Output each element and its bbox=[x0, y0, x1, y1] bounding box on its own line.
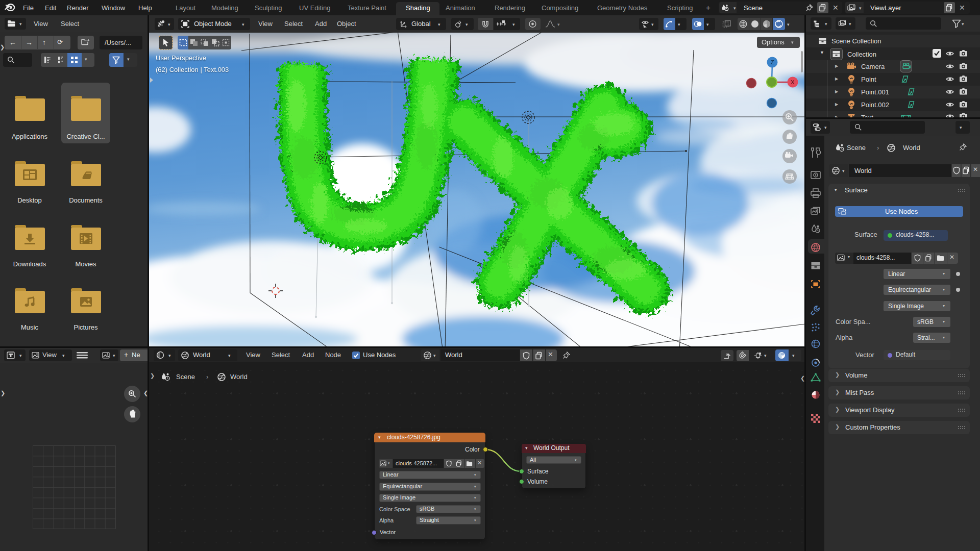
svg-text:Z: Z bbox=[771, 59, 774, 65]
svg-text:X: X bbox=[791, 79, 795, 85]
